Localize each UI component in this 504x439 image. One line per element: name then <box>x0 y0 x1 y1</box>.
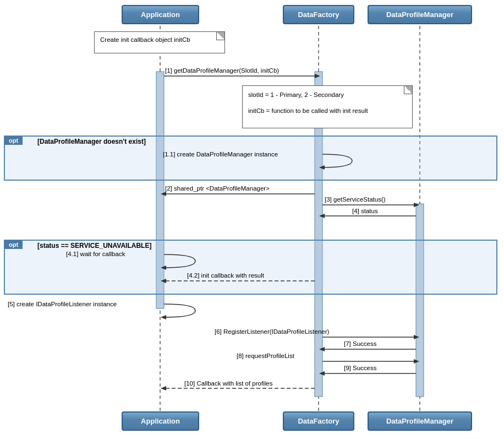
fragment-opt-condition-1: [DataProfileManager doesn't exist] <box>37 138 146 145</box>
msg-9-label: [9] Success <box>344 365 376 371</box>
fragment-opt-label-1: opt <box>4 136 23 145</box>
svg-marker-9 <box>315 74 320 78</box>
diagram-svg <box>0 0 504 439</box>
msg-42-label: [4.2] init callback with result <box>187 272 264 279</box>
svg-marker-17 <box>161 265 166 270</box>
svg-marker-28 <box>319 371 325 376</box>
msg-2-label: [2] shared_ptr <DataProfileManager> <box>165 185 270 192</box>
svg-marker-26 <box>414 359 419 364</box>
msg-4-label: [4] status <box>352 208 378 214</box>
svg-marker-19 <box>161 279 166 283</box>
actor-dataprofilemanager-top: DataProfileManager <box>368 5 472 24</box>
msg-3-label: [3] getServiceStatus() <box>325 196 386 203</box>
msg-6-label: [6] RegisterListener(IDataProfileListene… <box>215 328 329 335</box>
msg-10-label: [10] Callback with list of profiles <box>184 380 272 387</box>
actor-dataprofilemanager-bottom: DataProfileManager <box>368 411 472 431</box>
sequence-diagram: Application DataFactory DataProfileManag… <box>0 0 504 439</box>
msg-1-label: [1] getDataProfileManager(SlotId, initCb… <box>165 67 279 74</box>
fragment-opt-condition-2: [status == SERVICE_UNAVAILABLE] <box>37 242 151 250</box>
svg-marker-14 <box>414 203 419 207</box>
svg-marker-10 <box>319 165 325 170</box>
actor-datafactory-bottom: DataFactory <box>283 411 354 431</box>
msg-11-label: [1.1] create DataProfileManager instance <box>163 151 278 158</box>
svg-marker-30 <box>161 386 166 391</box>
note-slot-initcb: slotId = 1 - Primary, 2 - Secondary init… <box>242 85 413 128</box>
actor-datafactory-top: DataFactory <box>283 5 354 24</box>
msg-5-label: [5] create IDataProfileListener instance <box>8 301 117 307</box>
svg-rect-3 <box>156 72 164 308</box>
svg-marker-12 <box>161 192 166 196</box>
msg-7-label: [7] Success <box>344 340 376 347</box>
msg-41-label: [4.1] wait for callback <box>66 251 125 257</box>
msg-8-label: [8] requestProfileList <box>237 353 294 359</box>
fragment-opt-label-2: opt <box>4 240 23 249</box>
svg-marker-22 <box>414 335 419 339</box>
svg-rect-5 <box>416 204 424 397</box>
note-init-callback: Create init callback object initCb <box>94 31 225 53</box>
actor-application-bottom: Application <box>122 411 199 431</box>
svg-marker-16 <box>319 214 325 218</box>
svg-marker-24 <box>319 347 325 351</box>
actor-application-top: Application <box>122 5 199 24</box>
svg-marker-20 <box>161 315 166 319</box>
